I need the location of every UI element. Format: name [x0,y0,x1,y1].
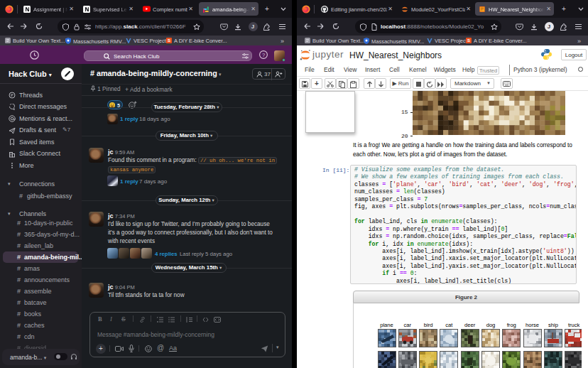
svg-text:S: S [467,38,470,43]
svg-text:?: ? [262,52,265,58]
svg-text:S: S [168,38,170,43]
